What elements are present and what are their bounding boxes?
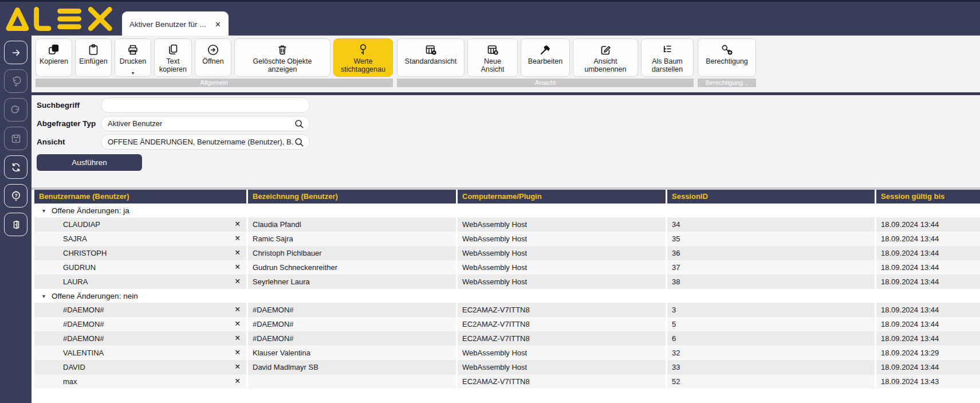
bearbeiten-button[interactable]: Bearbeiten — [521, 38, 570, 77]
row-delete-icon[interactable]: ✕ — [235, 303, 241, 317]
row-delete-icon[interactable]: ✕ — [235, 317, 241, 331]
table-row[interactable]: #DAEMON#✕ #DAEMON# EC2AMAZ-V7ITTN8 5 18.… — [34, 317, 980, 331]
cell-benutzername: #DAEMON#✕ — [34, 331, 246, 346]
cell-bezeichnung: Klauser Valentina — [248, 346, 456, 360]
suchbegriff-input[interactable] — [101, 97, 310, 113]
search-icon[interactable] — [294, 119, 305, 130]
toolbar-group-label-allgemein: Allgemein — [36, 79, 393, 87]
table-row[interactable]: VALENTINA✕ Klauser Valentina WebAssembly… — [34, 346, 980, 360]
cell-sessionid: 34 — [667, 217, 875, 232]
ansicht-label: Ansicht — [37, 138, 101, 146]
table-row[interactable]: DAVID✕ David Madlmayr SB WebAssembly Hos… — [34, 360, 980, 374]
forward-arrow-button[interactable] — [4, 41, 27, 64]
werte-stichtaggenau-button[interactable]: Werte stichtaggenau — [333, 38, 393, 77]
cell-computername: WebAssembly Host — [458, 246, 666, 260]
berechtigung-button[interactable]: Berechtigung — [698, 38, 756, 77]
cell-sessionid: 35 — [667, 232, 875, 246]
table-row[interactable]: #DAEMON#✕ #DAEMON# EC2AMAZ-V7ITTN8 6 18.… — [34, 331, 980, 346]
row-delete-icon[interactable]: ✕ — [235, 331, 241, 346]
cell-sessionid: 38 — [667, 275, 875, 289]
exit-button[interactable] — [4, 213, 27, 236]
cell-benutzername: GUDRUN✕ — [34, 260, 246, 275]
refresh-button[interactable] — [4, 155, 27, 179]
einfuegen-button[interactable]: Einfügen — [75, 38, 112, 77]
cell-benutzername: CHRISTOPH✕ — [34, 246, 246, 260]
group-header-offene-aenderungen-nein[interactable]: ▾ Offene Änderungen: nein — [34, 289, 980, 303]
row-delete-icon[interactable]: ✕ — [235, 275, 241, 289]
table-row[interactable]: SAJRA✕ Ramic Sajra WebAssembly Host 35 1… — [34, 232, 980, 246]
cell-computername: WebAssembly Host — [458, 360, 666, 374]
left-sidebar: ? — [0, 36, 32, 403]
cell-session-gueltig-bis: 18.09.2024 13:29 — [876, 346, 980, 360]
cell-bezeichnung: #DAEMON# — [248, 331, 456, 346]
cell-sessionid: 36 — [667, 246, 875, 260]
cell-benutzername: CLAUDIAP✕ — [34, 217, 246, 232]
table-row[interactable]: GUDRUN✕ Gudrun Schneckenreither WebAssem… — [34, 260, 980, 275]
cell-sessionid: 33 — [667, 360, 875, 374]
geloeschte-objekte-anzeigen-button[interactable]: Gelöschte Objekte anzeigen — [234, 38, 330, 77]
table-row[interactable]: LAURA✕ Seyrlehner Laura WebAssembly Host… — [34, 275, 980, 289]
cell-bezeichnung: #DAEMON# — [248, 303, 456, 317]
table-row[interactable]: #DAEMON#✕ #DAEMON# EC2AMAZ-V7ITTN8 3 18.… — [34, 303, 980, 317]
key-pin-icon — [356, 42, 370, 57]
standardansicht-button[interactable]: Standardansicht — [397, 38, 465, 77]
abgefragter-typ-input[interactable]: Aktiver Benutzer — [101, 116, 310, 131]
exit-door-icon — [10, 219, 22, 230]
row-delete-icon[interactable]: ✕ — [235, 217, 241, 232]
redo-button[interactable] — [4, 98, 27, 122]
cell-session-gueltig-bis: 18.09.2024 13:44 — [876, 260, 980, 275]
column-header-sessionid[interactable]: SessionID — [667, 190, 875, 204]
cell-session-gueltig-bis: 18.09.2024 13:44 — [876, 303, 980, 317]
table-row[interactable]: CLAUDIAP✕ Claudia Pfandl WebAssembly Hos… — [34, 217, 980, 232]
search-icon[interactable] — [294, 137, 305, 148]
ansicht-input[interactable]: OFFENE ÄNDERUNGEN, Benutzername (Benutze… — [101, 134, 310, 150]
suchbegriff-label: Suchbegriff — [37, 101, 101, 109]
cell-computername: EC2AMAZ-V7ITTN8 — [458, 317, 666, 331]
toolbar-group-ansicht: Standardansicht Neue Ansicht Bearbeiten … — [397, 38, 694, 87]
column-header-computername[interactable]: Computername/Plugin — [458, 190, 666, 204]
cell-computername: WebAssembly Host — [458, 275, 666, 289]
save-button[interactable] — [4, 127, 27, 150]
neue-ansicht-button[interactable]: Neue Ansicht — [467, 38, 518, 77]
tab-title: Aktiver Benutzer für ... — [129, 20, 206, 29]
undo-button[interactable] — [4, 69, 27, 93]
refresh-icon — [10, 162, 22, 173]
group-rows: #DAEMON#✕ #DAEMON# EC2AMAZ-V7ITTN8 3 18.… — [34, 303, 980, 389]
row-delete-icon[interactable]: ✕ — [235, 260, 241, 275]
cell-computername: WebAssembly Host — [458, 232, 666, 246]
row-delete-icon[interactable]: ✕ — [235, 232, 241, 246]
collapse-triangle-icon[interactable]: ▾ — [42, 208, 45, 214]
column-header-bezeichnung[interactable]: Bezeichnung (Benutzer) — [248, 190, 456, 204]
row-delete-icon[interactable]: ✕ — [235, 246, 241, 260]
row-delete-icon[interactable]: ✕ — [235, 374, 241, 389]
help-button[interactable]: ? — [4, 184, 27, 208]
oeffnen-button[interactable]: Öffnen — [195, 38, 231, 77]
kopieren-button[interactable]: Kopieren — [36, 38, 72, 77]
query-form: Suchbegriff Abgefragter Typ Aktiver Benu… — [32, 95, 980, 187]
row-delete-icon[interactable]: ✕ — [235, 346, 241, 360]
drucken-dropdown-icon[interactable]: ▾ — [132, 71, 134, 76]
top-bar: Aktiver Benutzer für ... ✕ — [0, 0, 980, 36]
row-delete-icon[interactable]: ✕ — [235, 360, 241, 374]
hammer-icon — [538, 42, 552, 57]
result-table: Benutzername (Benutzer) Bezeichnung (Ben… — [32, 187, 980, 403]
group-header-offene-aenderungen-ja[interactable]: ▾ Offene Änderungen: ja — [34, 204, 980, 217]
drucken-button[interactable]: Drucken ▾ — [115, 38, 151, 77]
column-header-benutzername[interactable]: Benutzername (Benutzer) — [34, 190, 246, 204]
als-baum-darstellen-button[interactable]: Als Baum darstellen — [641, 38, 694, 77]
table-body: ▾ Offene Änderungen: ja CLAUDIAP✕ Claudi… — [34, 204, 980, 389]
text-kopieren-button[interactable]: Text kopieren — [154, 38, 192, 77]
svg-text:?: ? — [14, 193, 18, 198]
ausfuehren-button[interactable]: Ausführen — [37, 154, 142, 171]
tab-close-icon[interactable]: ✕ — [210, 20, 221, 29]
collapse-triangle-icon[interactable]: ▾ — [42, 293, 45, 299]
cell-computername: WebAssembly Host — [458, 260, 666, 275]
ansicht-umbenennen-button[interactable]: Ansicht umbenennen — [573, 38, 638, 77]
table-row[interactable]: max✕ EC2AMAZ-V7ITTN8 52 18.09.2024 13:43 — [34, 374, 980, 389]
table-row[interactable]: CHRISTOPH✕ Christoph Pichlbauer WebAssem… — [34, 246, 980, 260]
toolbar-group-berechtigung: Berechtigung Berechtigung... — [698, 38, 756, 87]
tab-aktiver-benutzer[interactable]: Aktiver Benutzer für ... ✕ — [122, 11, 229, 37]
column-header-session-gueltig-bis[interactable]: Session gültig bis — [876, 190, 980, 204]
cell-computername: WebAssembly Host — [458, 217, 666, 232]
cell-benutzername: LAURA✕ — [34, 275, 246, 289]
